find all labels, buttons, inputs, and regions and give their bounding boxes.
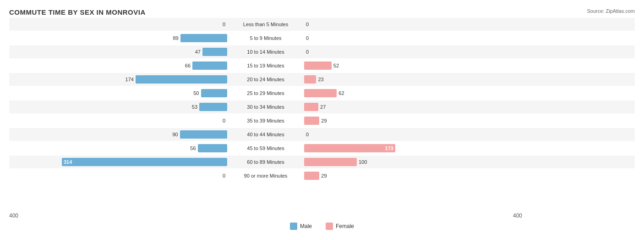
left-section: 0 bbox=[9, 18, 229, 31]
bar-male bbox=[202, 48, 227, 56]
bar-female bbox=[304, 89, 337, 97]
chart-row: 50 25 to 29 Minutes 62 bbox=[9, 87, 635, 100]
chart-row: 66 15 to 19 Minutes 52 bbox=[9, 59, 635, 72]
male-value: 50 bbox=[186, 90, 199, 96]
row-label: 25 to 29 Minutes bbox=[229, 90, 302, 96]
chart-area: 0 Less than 5 Minutes 0 89 5 to 9 Minute… bbox=[9, 18, 635, 211]
axis-row: 400 400 bbox=[9, 212, 635, 219]
chart-row: 90 40 to 44 Minutes 0 bbox=[9, 128, 635, 141]
male-value: 89 bbox=[166, 35, 179, 41]
male-value: 0 bbox=[213, 118, 225, 123]
bar-female bbox=[304, 75, 316, 84]
chart-row: 53 30 to 34 Minutes 27 bbox=[9, 100, 635, 113]
female-value: 29 bbox=[321, 173, 334, 179]
right-section: 23 bbox=[302, 73, 522, 86]
legend-male-box bbox=[290, 223, 297, 230]
left-section: 0 bbox=[9, 114, 229, 127]
legend-female: Female bbox=[326, 223, 354, 230]
right-section: 29 bbox=[302, 114, 522, 127]
male-value: 90 bbox=[165, 132, 178, 137]
left-section: 314 bbox=[9, 156, 229, 168]
left-section: 66 bbox=[9, 59, 229, 72]
right-section: 0 bbox=[302, 18, 522, 31]
right-section: 100 bbox=[302, 156, 522, 168]
male-value: 0 bbox=[213, 173, 225, 179]
left-section: 174 bbox=[9, 73, 229, 86]
row-label: 35 to 39 Minutes bbox=[229, 118, 302, 123]
row-label: 90 or more Minutes bbox=[229, 173, 302, 179]
female-value: 52 bbox=[333, 63, 346, 68]
row-label: 40 to 44 Minutes bbox=[229, 132, 302, 137]
male-value: 56 bbox=[183, 145, 196, 151]
bar-female bbox=[304, 103, 318, 111]
bar-male bbox=[192, 61, 227, 70]
left-section: 56 bbox=[9, 142, 229, 155]
row-label: 60 to 89 Minutes bbox=[229, 159, 302, 165]
legend-female-box bbox=[326, 223, 333, 230]
bar-female bbox=[304, 61, 332, 70]
female-value: 23 bbox=[318, 77, 331, 82]
legend-female-label: Female bbox=[336, 223, 354, 229]
bar-female bbox=[304, 158, 357, 166]
left-section: 89 bbox=[9, 32, 229, 45]
female-value: 0 bbox=[306, 22, 319, 27]
bar-male bbox=[198, 144, 227, 152]
female-value: 173 bbox=[385, 145, 395, 151]
right-section: 0 bbox=[302, 32, 522, 45]
right-section: 0 bbox=[302, 45, 522, 58]
axis-left: 400 bbox=[9, 212, 229, 219]
bar-male bbox=[199, 103, 227, 111]
chart-row: 314 60 to 89 Minutes 100 bbox=[9, 156, 635, 168]
row-label: 30 to 34 Minutes bbox=[229, 104, 302, 110]
right-section: 52 bbox=[302, 59, 522, 72]
left-section: 0 bbox=[9, 169, 229, 182]
chart-container: COMMUTE TIME BY SEX IN MONROVIA Source: … bbox=[0, 0, 644, 240]
male-value: 47 bbox=[188, 49, 201, 55]
right-section: 0 bbox=[302, 128, 522, 141]
female-value: 100 bbox=[359, 159, 371, 165]
row-label: 20 to 24 Minutes bbox=[229, 77, 302, 82]
bar-female bbox=[304, 172, 319, 180]
axis-label-left: 400 bbox=[9, 212, 18, 219]
chart-row: 174 20 to 24 Minutes 23 bbox=[9, 73, 635, 86]
right-section: 27 bbox=[302, 100, 522, 113]
chart-row: 0 90 or more Minutes 29 bbox=[9, 169, 635, 182]
female-value: 29 bbox=[321, 118, 334, 123]
male-value: 314 bbox=[62, 159, 72, 165]
row-label: 15 to 19 Minutes bbox=[229, 63, 302, 68]
legend: Male Female bbox=[9, 223, 635, 230]
bar-male bbox=[180, 130, 228, 139]
male-value: 174 bbox=[121, 77, 134, 82]
axis-label-right: 400 bbox=[513, 212, 522, 219]
axis-right: 400 bbox=[302, 212, 522, 219]
chart-row: 0 35 to 39 Minutes 29 bbox=[9, 114, 635, 127]
left-section: 90 bbox=[9, 128, 229, 141]
female-value: 27 bbox=[320, 104, 333, 110]
row-label: 5 to 9 Minutes bbox=[229, 35, 302, 41]
female-value: 62 bbox=[338, 90, 351, 96]
row-label: 10 to 14 Minutes bbox=[229, 49, 302, 55]
bar-male: 314 bbox=[62, 158, 227, 166]
male-value: 0 bbox=[213, 22, 225, 27]
legend-male-label: Male bbox=[300, 223, 312, 229]
chart-row: 56 45 to 59 Minutes 173 bbox=[9, 142, 635, 155]
row-label: Less than 5 Minutes bbox=[229, 22, 302, 27]
bar-female bbox=[304, 117, 319, 125]
bar-male bbox=[201, 89, 228, 97]
chart-row: 0 Less than 5 Minutes 0 bbox=[9, 18, 635, 31]
right-section: 29 bbox=[302, 169, 522, 182]
bar-male bbox=[136, 75, 227, 84]
row-label: 45 to 59 Minutes bbox=[229, 145, 302, 151]
left-section: 47 bbox=[9, 45, 229, 58]
chart-row: 89 5 to 9 Minutes 0 bbox=[9, 32, 635, 45]
legend-male: Male bbox=[290, 223, 312, 230]
chart-title: COMMUTE TIME BY SEX IN MONROVIA bbox=[9, 8, 635, 16]
right-section: 173 bbox=[302, 142, 522, 155]
left-section: 50 bbox=[9, 87, 229, 100]
chart-row: 47 10 to 14 Minutes 0 bbox=[9, 45, 635, 58]
source-label: Source: ZipAtlas.com bbox=[587, 8, 635, 14]
female-value: 0 bbox=[306, 132, 319, 137]
left-section: 53 bbox=[9, 100, 229, 113]
bar-male bbox=[180, 34, 227, 42]
male-value: 53 bbox=[185, 104, 197, 110]
